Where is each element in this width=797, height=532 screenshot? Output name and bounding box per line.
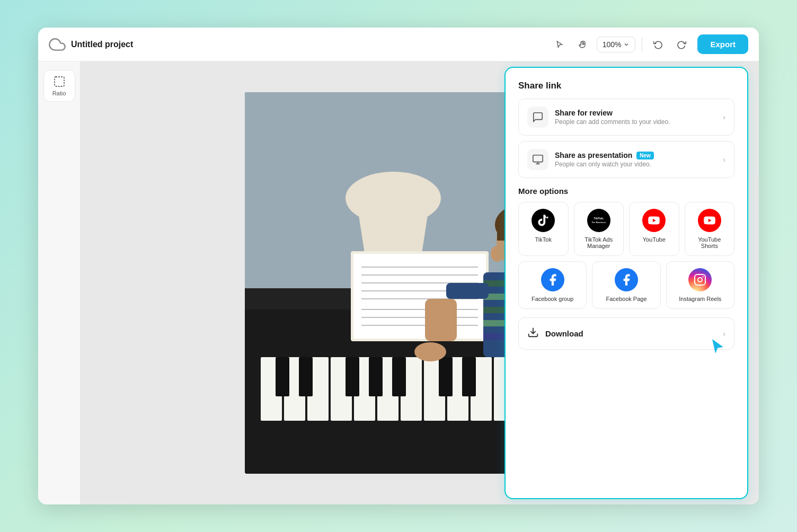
download-card[interactable]: Download › — [518, 317, 734, 350]
new-badge: New — [636, 152, 654, 159]
svg-rect-61 — [695, 274, 705, 285]
ratio-icon — [53, 75, 66, 88]
tiktok-label: TikTok — [535, 236, 552, 243]
svg-point-63 — [703, 276, 704, 277]
svg-rect-35 — [346, 357, 359, 396]
youtube-shorts-label: YouTube Shorts — [689, 236, 730, 249]
svg-rect-51 — [446, 283, 489, 299]
social-item-youtube-shorts[interactable]: YouTube Shorts — [685, 202, 735, 256]
redo-icon — [677, 40, 686, 49]
share-as-presentation-title: Share as presentation New — [555, 151, 716, 159]
social-item-facebook-page[interactable]: Facebook Page — [592, 261, 660, 309]
cursor-icon — [555, 40, 564, 49]
tiktok-logo — [532, 209, 555, 232]
youtube-label: YouTube — [643, 236, 666, 243]
select-tool-button[interactable] — [550, 35, 569, 54]
share-as-presentation-card[interactable]: Share as presentation New People can onl… — [518, 141, 734, 178]
share-for-review-text: Share for review People can add comments… — [555, 109, 716, 126]
svg-rect-52 — [425, 299, 457, 341]
facebook-page-label: Facebook Page — [606, 296, 647, 302]
chevron-icon: › — [723, 155, 725, 164]
zoom-level: 100% — [603, 40, 622, 49]
share-for-review-title: Share for review — [555, 109, 716, 117]
export-button[interactable]: Export — [697, 34, 748, 54]
svg-text:TikTok:: TikTok: — [594, 217, 604, 220]
sidebar: Ratio — [38, 61, 81, 504]
header-right: Export — [697, 34, 748, 54]
download-label: Download — [545, 329, 716, 338]
more-options-title: More options — [518, 187, 734, 196]
svg-rect-39 — [462, 357, 476, 396]
share-panel: Share link Share for review People can a… — [504, 67, 748, 499]
svg-rect-0 — [55, 77, 64, 86]
social-grid-row1: TikTok TikTok: For Business TikTok Ads M… — [518, 202, 734, 256]
hand-tool-button[interactable] — [573, 35, 592, 54]
project-title: Untitled project — [71, 40, 133, 49]
youtube-shorts-logo — [698, 209, 721, 232]
svg-point-53 — [414, 342, 446, 361]
facebook-page-logo — [615, 268, 638, 291]
sidebar-item-label: Ratio — [52, 90, 66, 96]
chevron-icon: › — [723, 113, 725, 121]
instagram-reels-label: Instagram Reels — [679, 296, 721, 302]
presentation-icon — [527, 149, 548, 170]
undo-button[interactable] — [649, 35, 668, 54]
social-item-tiktok-ads[interactable]: TikTok: For Business TikTok Ads Manager — [574, 202, 624, 256]
social-item-facebook-group[interactable]: Facebook group — [518, 261, 587, 309]
chevron-icon: › — [723, 330, 725, 338]
chevron-down-icon — [623, 41, 630, 48]
instagram-reels-logo — [688, 268, 712, 291]
sidebar-item-ratio[interactable]: Ratio — [43, 70, 75, 102]
svg-rect-38 — [439, 357, 453, 396]
facebook-group-label: Facebook group — [532, 296, 574, 302]
svg-point-62 — [698, 278, 702, 282]
facebook-group-logo — [541, 268, 564, 291]
svg-rect-34 — [299, 357, 313, 396]
svg-text:For Business: For Business — [591, 221, 606, 224]
hand-icon — [579, 40, 587, 49]
social-item-tiktok[interactable]: TikTok — [518, 202, 569, 256]
svg-rect-33 — [276, 357, 289, 396]
social-item-instagram-reels[interactable]: Instagram Reels — [666, 261, 734, 309]
download-icon — [527, 326, 539, 341]
svg-point-54 — [491, 246, 503, 262]
share-as-presentation-desc: People can only watch your video. — [555, 161, 716, 168]
svg-marker-65 — [712, 339, 723, 353]
youtube-logo — [642, 209, 666, 232]
share-as-presentation-text: Share as presentation New People can onl… — [555, 151, 716, 168]
review-icon — [527, 107, 548, 128]
tiktok-ads-logo: TikTok: For Business — [587, 209, 610, 232]
header-left: Untitled project — [49, 36, 544, 53]
tiktok-ads-label: TikTok Ads Manager — [579, 236, 619, 249]
svg-rect-37 — [392, 357, 406, 396]
zoom-button[interactable]: 100% — [597, 37, 636, 52]
main-area: Ratio — [38, 61, 759, 504]
app-window: Untitled project 100% — [38, 28, 759, 504]
divider — [642, 37, 642, 52]
social-grid-row2: Facebook group Facebook Page — [518, 261, 734, 309]
svg-rect-36 — [369, 357, 383, 396]
header-center: 100% — [550, 35, 692, 54]
undo-icon — [653, 40, 663, 49]
header: Untitled project 100% — [38, 28, 759, 61]
cloud-icon — [49, 36, 66, 53]
blue-cursor-icon — [707, 338, 727, 357]
canvas-area: Share link Share for review People can a… — [81, 61, 759, 504]
share-link-title: Share link — [518, 81, 734, 91]
share-for-review-desc: People can add comments to your video. — [555, 118, 716, 126]
redo-button[interactable] — [672, 35, 691, 54]
social-item-youtube[interactable]: YouTube — [629, 202, 679, 256]
svg-rect-55 — [533, 155, 543, 162]
share-for-review-card[interactable]: Share for review People can add comments… — [518, 99, 734, 136]
